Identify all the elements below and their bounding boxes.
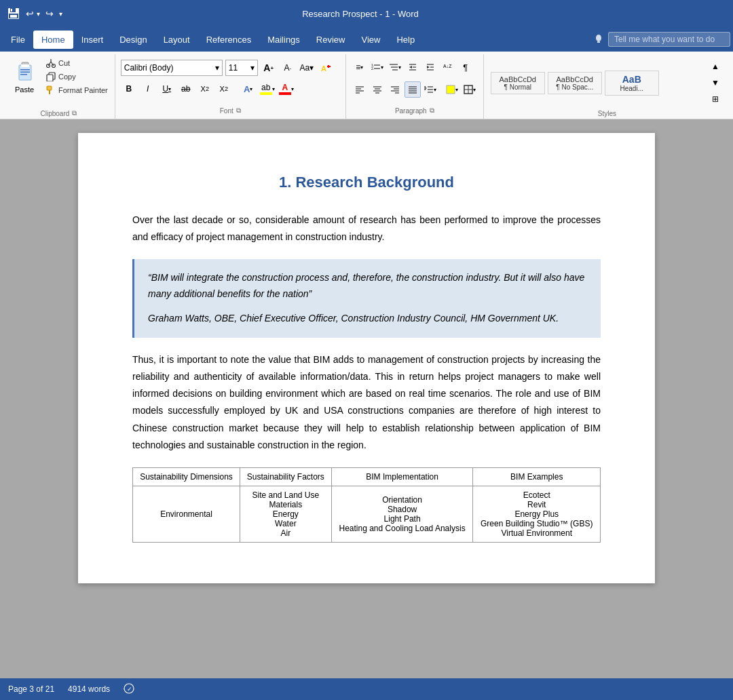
shading-button[interactable]: ▾ xyxy=(444,81,460,98)
style-normal[interactable]: AaBbCcDd ¶ Normal xyxy=(491,72,545,94)
paragraph-dialog-launcher[interactable]: ⧉ xyxy=(430,106,434,115)
font-size-select[interactable]: 11 ▾ xyxy=(225,60,258,76)
document-area[interactable]: 1. Research Background Over the last dec… xyxy=(0,119,733,678)
styles-scroll-down[interactable]: ▼ xyxy=(707,75,723,91)
align-right-icon xyxy=(390,85,400,94)
table-header-factors: Sustainability Factors xyxy=(240,467,332,486)
italic-button[interactable]: I xyxy=(140,81,156,97)
table-row: Environmental Site and Land UseMaterials… xyxy=(133,486,601,542)
clipboard-dialog-launcher[interactable]: ⧉ xyxy=(72,109,77,117)
cut-icon xyxy=(46,58,56,68)
undo-button[interactable]: ↩▾ xyxy=(26,8,40,19)
lightbulb-icon xyxy=(593,34,604,45)
svg-rect-11 xyxy=(20,72,30,73)
para-row1: ≡▾ 1. 2. ▾ ▾ xyxy=(352,57,478,77)
para-row2: ▾ ▾ ▾ xyxy=(352,79,478,100)
decrease-indent-button[interactable] xyxy=(405,59,421,75)
font-grow-button[interactable]: A+ xyxy=(261,60,277,76)
show-formatting-button[interactable]: ¶ xyxy=(457,59,474,75)
menu-references[interactable]: References xyxy=(198,31,259,49)
sort-button[interactable]: A↓Z xyxy=(440,59,456,75)
styles-expand[interactable]: ⊞ xyxy=(707,91,723,107)
menu-home[interactable]: Home xyxy=(33,31,73,49)
decrease-indent-icon xyxy=(408,62,417,72)
styles-group-label: Styles xyxy=(488,109,726,119)
font-family-select[interactable]: Calibri (Body) ▾ xyxy=(121,60,223,76)
font-shrink-button[interactable]: A- xyxy=(280,60,296,76)
strikethrough-button[interactable]: ab xyxy=(178,81,194,97)
title-bar-left: ↩▾ ↪ ▾ xyxy=(7,7,62,20)
clear-formatting-button[interactable]: A xyxy=(318,60,334,76)
change-case-button[interactable]: Aa▾ xyxy=(299,60,315,76)
svg-rect-21 xyxy=(49,90,50,94)
svg-rect-10 xyxy=(20,69,30,71)
paste-button[interactable]: Paste xyxy=(7,57,42,96)
menu-file[interactable]: File xyxy=(3,31,33,49)
table-header-dimensions: Sustainability Dimensions xyxy=(133,467,240,486)
blockquote-text: “BIM will integrate the construction pro… xyxy=(148,270,587,303)
menu-mailings[interactable]: Mailings xyxy=(259,31,308,49)
numbering-button[interactable]: 1. 2. ▾ xyxy=(369,59,386,75)
svg-marker-33 xyxy=(409,66,412,69)
style-heading[interactable]: AaB Headi... xyxy=(605,71,659,96)
font-row2: B I U▾ ab X2 X2 A▾ ab ▾ xyxy=(121,81,340,97)
accessibility-icon[interactable]: ✓ xyxy=(124,683,134,696)
menu-layout[interactable]: Layout xyxy=(155,31,198,49)
document-heading: 1. Research Background xyxy=(132,174,601,191)
svg-text:A: A xyxy=(321,64,326,73)
svg-text:A↓Z: A↓Z xyxy=(443,64,452,69)
svg-rect-4 xyxy=(10,15,17,18)
document-title: Research Prospect - 1 - Word xyxy=(302,9,419,19)
sustainability-table: Sustainability Dimensions Sustainability… xyxy=(132,467,601,543)
text-effects-button[interactable]: A▾ xyxy=(240,81,257,97)
cut-button[interactable]: Cut xyxy=(43,57,111,69)
align-left-button[interactable] xyxy=(352,81,368,98)
redo-button[interactable]: ↪ xyxy=(45,8,54,19)
borders-icon xyxy=(464,85,473,94)
table-cell-bim-examples: EcotectRevitEnergy PlusGreen Building St… xyxy=(473,486,601,542)
align-center-icon xyxy=(373,85,382,94)
page-info: Page 3 of 21 xyxy=(8,684,54,694)
increase-indent-button[interactable] xyxy=(422,59,438,75)
sort-icon: A↓Z xyxy=(443,62,453,72)
save-icon[interactable] xyxy=(7,7,20,20)
subscript-button[interactable]: X2 xyxy=(197,81,213,97)
format-painter-button[interactable]: Format Painter xyxy=(43,84,111,96)
menu-insert[interactable]: Insert xyxy=(73,31,112,49)
font-color-button[interactable]: A ▾ xyxy=(278,81,295,97)
borders-button[interactable]: ▾ xyxy=(462,81,478,98)
menu-design[interactable]: Design xyxy=(111,31,155,49)
tell-me-input[interactable] xyxy=(608,32,730,47)
align-left-icon xyxy=(355,85,364,94)
align-center-button[interactable] xyxy=(369,81,386,98)
styles-scroll-up[interactable]: ▲ xyxy=(707,58,723,75)
table-header-bim-examples: BIM Examples xyxy=(473,467,601,486)
copy-button[interactable]: Copy xyxy=(43,71,111,83)
svg-marker-37 xyxy=(427,66,430,69)
multilevel-list-button[interactable]: ▾ xyxy=(387,59,403,75)
table-header-bim-impl: BIM Implementation xyxy=(331,467,473,486)
style-no-spacing[interactable]: AaBbCcDd ¶ No Spac... xyxy=(548,72,602,94)
numbering-icon: 1. 2. xyxy=(371,62,381,72)
line-spacing-button[interactable]: ▾ xyxy=(422,81,438,98)
svg-marker-60 xyxy=(425,86,426,90)
menu-review[interactable]: Review xyxy=(308,31,354,49)
bold-button[interactable]: B xyxy=(121,81,137,97)
menu-view[interactable]: View xyxy=(353,31,388,49)
superscript-button[interactable]: X2 xyxy=(216,81,232,97)
highlight-color-button[interactable]: ab ▾ xyxy=(259,81,276,97)
font-row1: Calibri (Body) ▾ 11 ▾ A+ A- Aa▾ A xyxy=(121,57,340,79)
customize-quick-access[interactable]: ▾ xyxy=(59,10,62,18)
bullets-button[interactable]: ≡▾ xyxy=(352,59,368,75)
font-dialog-launcher[interactable]: ⧉ xyxy=(236,106,241,115)
menu-help[interactable]: Help xyxy=(388,31,423,49)
justify-button[interactable] xyxy=(405,81,421,98)
underline-button[interactable]: U▾ xyxy=(159,81,175,97)
svg-rect-9 xyxy=(21,64,29,67)
align-right-button[interactable] xyxy=(387,81,403,98)
clipboard-group: Paste Cut xyxy=(3,54,115,119)
paragraph-group: ≡▾ 1. 2. ▾ ▾ xyxy=(346,54,484,119)
svg-rect-12 xyxy=(20,74,27,75)
svg-text:✓: ✓ xyxy=(127,686,132,693)
heading-number: 1. xyxy=(279,174,291,191)
